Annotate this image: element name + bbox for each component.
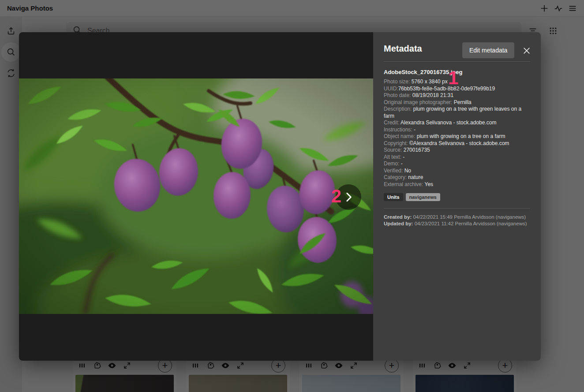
audit-row: Created by: 04/22/2021 15:49 Pernilla Ar… — [384, 214, 530, 220]
field-value: 270016735 — [404, 147, 430, 153]
metadata-field-row: Description: plum growing on a tree with… — [384, 106, 530, 119]
field-value: nature — [408, 174, 423, 180]
field-label: Verified: — [384, 168, 404, 174]
metadata-field-row: Photo size: 5760 x 3840 px — [384, 78, 530, 86]
field-value: - — [414, 127, 416, 133]
field-value: Alexandra Selivanova - stock.adobe.com — [401, 119, 496, 126]
tag-chip[interactable]: Units — [384, 193, 403, 201]
field-label: Original image photographer: — [384, 99, 454, 105]
metadata-field-row: Copyright: ©Alexandra Selivanova - stock… — [384, 140, 530, 147]
metadata-field-row: Demo: - — [384, 161, 530, 168]
field-label: Description: — [384, 106, 413, 112]
edit-metadata-button[interactable]: Edit metadata — [462, 42, 514, 58]
metadata-field-row: External archive: Yes — [384, 181, 530, 188]
chevron-right-icon — [343, 191, 354, 203]
metadata-field-row: Photo date: 08/19/2018 21:31 — [384, 92, 530, 99]
field-label: Alt text: — [384, 154, 403, 160]
field-label: Object name: — [384, 133, 417, 139]
field-label: Category: — [384, 174, 408, 180]
audit-row: Updated by: 04/23/2021 11:42 Pernilla Ar… — [384, 220, 530, 227]
close-icon — [522, 46, 531, 55]
field-value: Yes — [425, 181, 434, 187]
photo-viewer: 2 — [19, 32, 373, 361]
field-label: Instructions: — [384, 127, 414, 133]
photo-filename: AdobeStock_270016735.jpeg — [384, 69, 530, 75]
metadata-field-row: Credit: Alexandra Selivanova - stock.ado… — [384, 119, 530, 127]
photo-detail-modal: 2 Metadata 1 Edit metadata AdobeStock_27… — [19, 32, 541, 361]
audit-info: Created by: 04/22/2021 15:49 Pernilla Ar… — [384, 214, 530, 227]
metadata-title: Metadata — [384, 44, 422, 54]
metadata-field-row: Category: nature — [384, 174, 530, 181]
metadata-fields: Photo size: 5760 x 3840 pxUUID:76bb53fb-… — [384, 78, 530, 188]
header-divider — [384, 61, 530, 62]
field-value: - — [403, 154, 404, 160]
plums-photo — [19, 78, 373, 314]
metadata-field-row: Original image photographer: Pernilla — [384, 99, 530, 106]
field-label: Demo: — [384, 161, 401, 167]
tag-list: Unitsnaviganews — [384, 193, 530, 201]
field-value: 5760 x 3840 px — [412, 78, 448, 85]
field-value: No — [404, 168, 411, 174]
field-value: plum with growing on a tree on a farm — [417, 133, 505, 139]
tag-chip[interactable]: naviganews — [406, 193, 440, 201]
field-label: Photo date: — [384, 92, 412, 98]
metadata-field-row: Source: 270016735 — [384, 147, 530, 154]
field-label: Copyright: — [384, 140, 409, 146]
close-button[interactable] — [521, 45, 532, 56]
field-label: UUID: — [384, 86, 398, 92]
field-value: 08/19/2018 21:31 — [412, 92, 453, 98]
next-photo-button[interactable] — [336, 184, 361, 210]
metadata-field-row: UUID:76bb53fb-fe8e-5adb-8b82-0de97fe99b1… — [384, 86, 530, 93]
field-value: Pernilla — [454, 99, 472, 105]
metadata-field-row: Alt text: - — [384, 154, 530, 161]
field-label: Photo size: — [384, 78, 412, 85]
metadata-field-row: Verified: No — [384, 168, 530, 175]
field-value: - — [401, 161, 403, 167]
audit-divider — [384, 208, 530, 209]
field-label: Source: — [384, 147, 404, 153]
field-value: 76bb53fb-fe8e-5adb-8b82-0de97fe99b19 — [398, 86, 495, 92]
metadata-field-row: Instructions: - — [384, 127, 530, 134]
metadata-field-row: Object name: plum with growing on a tree… — [384, 133, 530, 140]
field-label: Credit: — [384, 119, 401, 126]
metadata-panel: Metadata 1 Edit metadata AdobeStock_2700… — [373, 32, 541, 361]
field-value: ©Alexandra Selivanova - stock.adobe.com — [409, 140, 509, 146]
metadata-header: Metadata 1 Edit metadata — [384, 32, 530, 59]
field-label: External archive: — [384, 181, 425, 187]
